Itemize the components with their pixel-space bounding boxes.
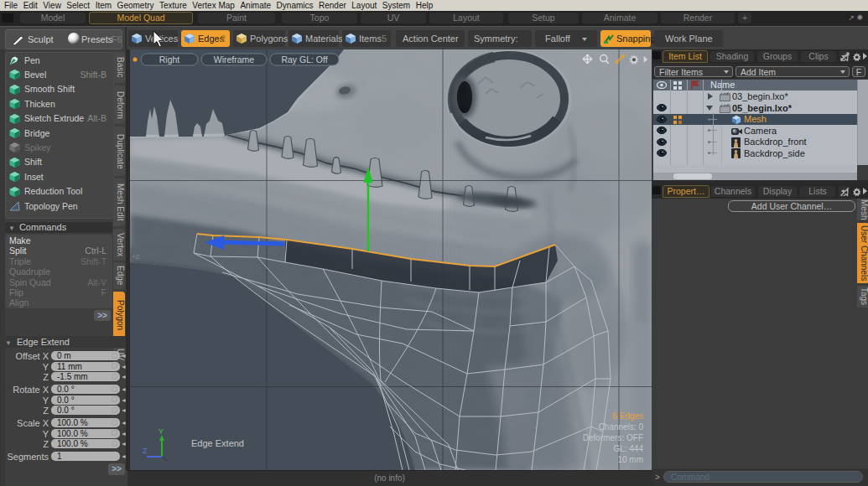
svg-text:Edge Extend: Edge Extend [191,438,244,448]
svg-text:Z: Z [143,447,148,455]
svg-text:+Z: +Z [642,251,651,258]
svg-text:Deformers: OFF: Deformers: OFF [583,433,643,442]
svg-text:6 Edges: 6 Edges [612,411,643,421]
svg-text:10 mm: 10 mm [617,455,643,464]
svg-text:Ray GL: Off: Ray GL: Off [281,54,327,65]
svg-text:+Z: +Z [132,253,140,261]
svg-text:Y: Y [159,427,164,436]
svg-text:Wireframe: Wireframe [214,54,255,65]
svg-text:GL: 444: GL: 444 [613,444,643,453]
svg-text:Channels: 0: Channels: 0 [599,422,644,432]
svg-text:Right: Right [159,54,180,65]
